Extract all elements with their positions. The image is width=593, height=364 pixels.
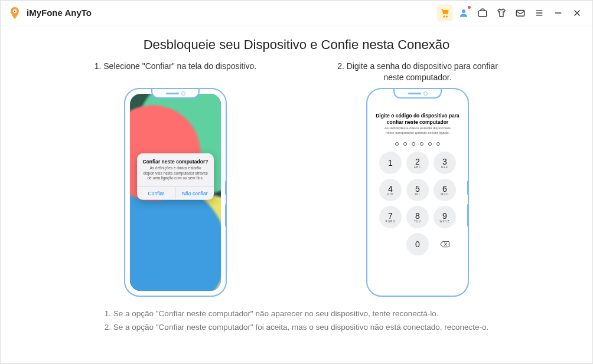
mail-icon[interactable] [512,5,529,21]
cart-icon[interactable] [436,5,453,21]
keypad-5[interactable]: 5JKL [406,179,429,201]
step-2-label: 2. Digite a senha do dispositivo para co… [329,61,506,84]
page-title: Desbloqueie seu Dispositivo e Confie nes… [144,37,450,53]
app-title: iMyFone AnyTo [27,8,92,18]
svg-rect-3 [478,11,487,17]
passcode-dots [372,142,463,146]
menu-icon[interactable] [531,5,548,21]
content-area: Desbloqueie seu Dispositivo e Confie nes… [1,25,592,363]
trust-confirm-button[interactable]: Confiar [137,186,175,199]
keypad-0[interactable]: 0 [406,233,429,255]
keypad-7[interactable]: 7PQRS [379,206,402,228]
svg-rect-4 [516,10,524,16]
keypad-9[interactable]: 9WXYZ [434,206,456,228]
minimize-icon[interactable] [550,5,566,21]
footnotes: 1. Se a opção "Confiar neste computador"… [105,307,488,335]
keypad-6[interactable]: 6MNO [434,179,456,201]
keypad-8[interactable]: 8TUV [406,206,429,228]
keypad-4[interactable]: 4GHI [379,179,402,201]
phone-2-screen: Digite o código do dispositivo paraconfi… [372,94,463,291]
phone-mock-1: Confiar neste computador? As definições … [124,88,227,297]
steps-row: 1. Selecione "Confiar" na tela do dispos… [87,61,506,297]
notch-icon [151,89,200,99]
keypad-1[interactable]: 1 [379,152,402,174]
keypad: 12ABC3DEF4GHI5JKL6MNO7PQRS8TUV9WXYZ0 [372,152,463,255]
keypad-backspace[interactable] [434,233,456,255]
shirt-icon[interactable] [493,5,510,21]
briefcase-icon[interactable] [474,5,491,21]
phone-mock-2: Digite o código do dispositivo paraconfi… [366,88,469,297]
passcode-subtitle: As definições e dados estarão disponívei… [372,125,463,139]
trust-dialog-text: As definições e dados estarão disponívei… [137,166,214,186]
trust-dialog: Confiar neste computador? As definições … [137,153,214,199]
svg-point-2 [462,9,465,13]
keypad-2[interactable]: 2ABC [406,152,429,174]
backspace-icon [440,241,449,248]
trust-deny-button[interactable]: Não confiar [175,186,214,199]
close-icon[interactable] [569,5,585,21]
titlebar: iMyFone AnyTo [1,1,592,25]
keypad-3[interactable]: 3DEF [434,152,456,174]
step-2: 2. Digite a senha do dispositivo para co… [329,61,506,297]
step-1-label: 1. Selecione "Confiar" na tela do dispos… [95,61,257,84]
svg-point-1 [14,10,15,11]
footnote-2: 2. Se a opção "Confiar neste computador"… [105,321,488,335]
app-window: iMyFone AnyTo Desbloqueie seu Dispositiv… [0,0,593,364]
app-logo-icon [8,6,22,20]
notch-icon [393,89,442,99]
phone-1-screen: Confiar neste computador? As definições … [130,94,221,291]
account-icon[interactable] [455,5,472,21]
footnote-1: 1. Se a opção "Confiar neste computador"… [105,307,488,321]
trust-dialog-title: Confiar neste computador? [137,153,214,166]
step-1: 1. Selecione "Confiar" na tela do dispos… [87,61,264,297]
